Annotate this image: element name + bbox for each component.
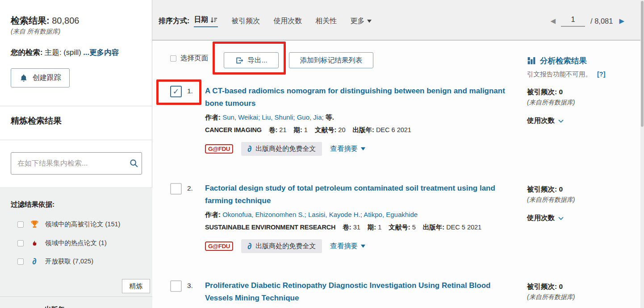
next-filter-section-heading[interactable]: 出版年 [45, 305, 65, 308]
free-fulltext-button[interactable]: ∂ 出版商处的免费全文 [241, 142, 322, 156]
chevron-down-icon [557, 215, 565, 222]
result-body: Factorial design study of total petroleu… [205, 182, 524, 253]
search-results-count: 检索结果: 80,806 [11, 15, 79, 27]
fdu-link-resolver-badge[interactable]: G@FDU [205, 241, 233, 251]
search-icon[interactable] [126, 158, 142, 168]
times-cited: 被引频次: 0 [527, 282, 639, 291]
cited-source-note: (来自所有数据库) [527, 99, 639, 107]
chevron-down-icon [557, 117, 565, 125]
search-within-results-box [11, 152, 142, 175]
add-to-marked-list-button[interactable]: 添加到标记结果列表 [289, 52, 373, 68]
result-title-link[interactable]: Proliferative Diabetic Retinopathy Diagn… [205, 279, 518, 304]
cited-source-note: (来自所有数据库) [527, 293, 639, 301]
hot-papers-checkbox[interactable] [17, 240, 24, 246]
result-3-citation-block: 被引频次: 0 (来自所有数据库) [527, 282, 639, 301]
filter-section: 过滤结果依据: 领域中的高被引论文 (151) 领域中的热点论文 (1) ∂ [0, 187, 152, 308]
your-search-line: 您的检索: 主题: (spill) ...更多内容 [11, 48, 119, 58]
trophy-icon [29, 220, 40, 229]
select-page-checkbox[interactable] [170, 55, 176, 62]
help-icon[interactable]: [?] [597, 71, 606, 78]
chevron-down-icon [361, 147, 365, 150]
create-alert-label: 创建跟踪 [33, 73, 61, 83]
filter-heading: 过滤结果依据: [11, 200, 54, 209]
result-number: 2. [187, 182, 200, 253]
page-total: / 8,081 [590, 17, 613, 25]
sort-row: 排序方式: 日期 被引频次 使用次数 相关性 更多 [159, 15, 372, 27]
usage-count-toggle[interactable]: 使用次数 [527, 116, 639, 125]
result-item-1: ✓ 1. A CT-based radiomics nomogram for d… [170, 85, 524, 156]
open-access-icon: ∂ [247, 145, 251, 153]
times-cited: 被引频次: 0 [527, 185, 639, 194]
result-3-checkbox[interactable] [170, 280, 182, 292]
sort-by-label: 排序方式: [159, 17, 189, 26]
usage-count-toggle[interactable]: 使用次数 [527, 213, 639, 223]
sort-tab-date[interactable]: 日期 [194, 15, 218, 27]
journal-name: CANCER IMAGING [205, 126, 262, 133]
sort-tab-usage-count[interactable]: 使用次数 [273, 17, 302, 26]
open-access-icon: ∂ [29, 257, 40, 266]
result-1-checkbox[interactable]: ✓ [170, 86, 182, 97]
analyze-results-link[interactable]: 分析检索结果 [527, 55, 639, 66]
scrollbar-track[interactable] [640, 0, 644, 308]
result-number: 1. [187, 85, 200, 156]
sidebar-divider [0, 106, 152, 106]
author-links[interactable]: Okonofua, Ehizonomhen S.; Lasisi, Kayode… [222, 211, 418, 218]
cited-source-note: (来自所有数据库) [527, 196, 639, 204]
bar-chart-icon [527, 56, 536, 65]
result-authors: 作者: Sun, Weikai; Liu, Shunli; Guo, Jia; … [205, 113, 524, 122]
results-label: 检索结果: [11, 16, 50, 25]
citation-report-note: 引文报告功能不可用。 [?] [527, 70, 639, 79]
result-2-checkbox[interactable] [170, 183, 182, 195]
free-fulltext-button[interactable]: ∂ 出版商处的免费全文 [241, 239, 322, 253]
result-2-citation-block: 被引频次: 0 (来自所有数据库) 使用次数 [527, 185, 639, 223]
result-title-link[interactable]: Factorial design study of total petroleu… [205, 182, 518, 207]
result-authors: 作者: Okonofua, Ehizonomhen S.; Lasisi, Ka… [205, 211, 524, 219]
journal-name: SUSTAINABLE ENVIRONMENT RESEARCH [205, 224, 335, 231]
sidebar-divider [0, 296, 152, 297]
select-page-control: 选择页面 [170, 54, 208, 63]
search-within-results-input[interactable] [11, 159, 126, 167]
sort-toolbar: 排序方式: 日期 被引频次 使用次数 相关性 更多 ◀ 1 / 8,081 ▶ [152, 0, 640, 41]
view-abstract-link[interactable]: 查看摘要 [330, 241, 365, 251]
sidebar: 检索结果: 80,806 (来自 所有数据库) 您的检索: 主题: (spill… [0, 0, 152, 308]
more-content-link[interactable]: ...更多内容 [83, 48, 119, 56]
export-icon [235, 56, 244, 65]
result-item-2: 2. Factorial design study of total petro… [170, 182, 524, 253]
author-links[interactable]: Sun, Weikai; Liu, Shunli; Guo, Jia; [222, 113, 324, 121]
filter-label[interactable]: 开放获取 (7,025) [45, 257, 93, 266]
previous-page-icon[interactable]: ◀ [550, 17, 556, 25]
result-body: A CT-based radiomics nomogram for distin… [205, 85, 524, 156]
page-number-input[interactable]: 1 [561, 15, 585, 27]
view-abstract-link[interactable]: 查看摘要 [330, 144, 365, 154]
filter-label[interactable]: 领域中的高被引论文 (151) [45, 220, 120, 229]
sort-tab-times-cited[interactable]: 被引频次 [231, 17, 260, 26]
refine-button[interactable]: 精炼 [122, 279, 150, 293]
filter-highly-cited: 领域中的高被引论文 (151) [17, 220, 120, 229]
highly-cited-checkbox[interactable] [17, 221, 24, 228]
result-title-link[interactable]: A CT-based radiomics nomogram for distin… [205, 85, 518, 109]
select-page-label: 选择页面 [180, 54, 208, 63]
flame-icon [29, 238, 40, 248]
export-label: 导出... [248, 56, 268, 65]
et-al-label: 等. [326, 113, 334, 121]
next-page-icon[interactable]: ▶ [619, 17, 624, 25]
chevron-down-icon [361, 245, 365, 248]
fdu-link-resolver-badge[interactable]: G@FDU [205, 144, 233, 154]
sort-descending-icon [210, 16, 218, 24]
open-access-checkbox[interactable] [17, 258, 24, 265]
sort-tab-relevance[interactable]: 相关性 [315, 17, 337, 26]
result-source-line: SUSTAINABLE ENVIRONMENT RESEARCH 卷: 31 期… [205, 223, 524, 232]
result-badges-row: G@FDU ∂ 出版商处的免费全文 查看摘要 [205, 142, 524, 156]
export-button[interactable]: 导出... [224, 52, 279, 68]
your-search-value: 主题: (spill) [45, 48, 81, 56]
result-1-citation-block: 被引频次: 0 (来自所有数据库) 使用次数 [527, 87, 639, 125]
filter-open-access: ∂ 开放获取 (7,025) [17, 257, 93, 266]
scrollbar-thumb[interactable] [641, 1, 644, 127]
sort-more-dropdown[interactable]: 更多 [350, 17, 372, 26]
times-cited: 被引频次: 0 [527, 87, 639, 97]
refine-results-heading: 精炼检索结果 [11, 115, 62, 127]
filter-label[interactable]: 领域中的热点论文 (1) [45, 239, 107, 247]
analyze-results-block: 分析检索结果 引文报告功能不可用。 [?] [527, 55, 639, 79]
create-alert-button[interactable]: 创建跟踪 [11, 68, 70, 87]
pagination: ◀ 1 / 8,081 ▶ [550, 15, 624, 27]
